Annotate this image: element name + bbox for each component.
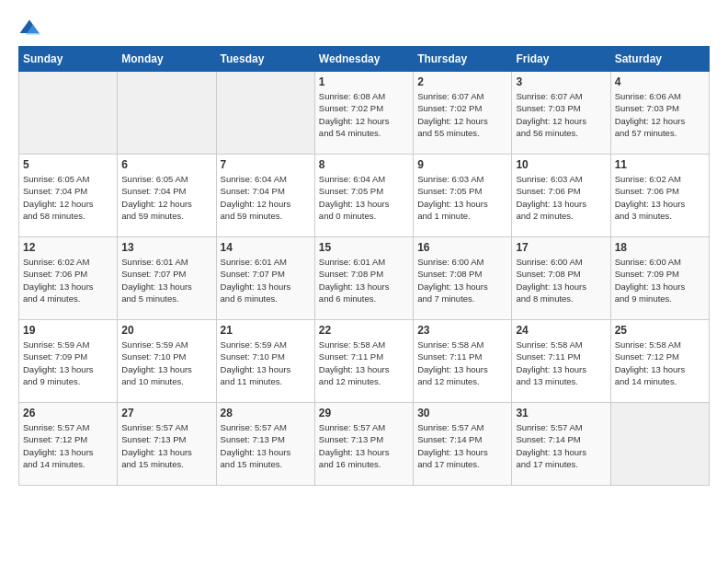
calendar-week-row: 26Sunrise: 5:57 AMSunset: 7:12 PMDayligh… bbox=[19, 403, 710, 486]
calendar-day-cell: 17Sunrise: 6:00 AMSunset: 7:08 PMDayligh… bbox=[512, 237, 610, 320]
logo bbox=[18, 18, 44, 37]
day-info: Sunrise: 6:01 AMSunset: 7:07 PMDaylight:… bbox=[121, 256, 211, 304]
day-number: 8 bbox=[319, 158, 409, 171]
calendar-day-cell: 23Sunrise: 5:58 AMSunset: 7:11 PMDayligh… bbox=[414, 320, 512, 403]
day-number: 31 bbox=[516, 407, 606, 419]
calendar-day-cell: 8Sunrise: 6:04 AMSunset: 7:05 PMDaylight… bbox=[314, 155, 413, 237]
calendar-day-cell bbox=[19, 72, 118, 155]
day-number: 28 bbox=[221, 407, 311, 419]
day-number: 19 bbox=[23, 324, 113, 337]
calendar-table: SundayMondayTuesdayWednesdayThursdayFrid… bbox=[18, 46, 710, 486]
calendar-day-cell: 22Sunrise: 5:58 AMSunset: 7:11 PMDayligh… bbox=[314, 320, 413, 403]
day-info: Sunrise: 6:01 AMSunset: 7:07 PMDaylight:… bbox=[221, 256, 311, 304]
day-number: 30 bbox=[417, 407, 507, 419]
calendar-day-cell: 20Sunrise: 5:59 AMSunset: 7:10 PMDayligh… bbox=[118, 320, 216, 403]
calendar-day-cell: 21Sunrise: 5:59 AMSunset: 7:10 PMDayligh… bbox=[216, 320, 314, 403]
day-info: Sunrise: 6:00 AMSunset: 7:09 PMDaylight:… bbox=[615, 256, 705, 304]
day-number: 22 bbox=[319, 324, 409, 337]
calendar-day-cell: 29Sunrise: 5:57 AMSunset: 7:13 PMDayligh… bbox=[314, 403, 413, 486]
day-info: Sunrise: 6:06 AMSunset: 7:03 PMDaylight:… bbox=[615, 90, 705, 139]
day-info: Sunrise: 5:57 AMSunset: 7:14 PMDaylight:… bbox=[417, 421, 507, 470]
day-info: Sunrise: 6:04 AMSunset: 7:04 PMDaylight:… bbox=[221, 173, 311, 222]
weekday-header: Tuesday bbox=[216, 47, 314, 72]
day-number: 13 bbox=[121, 241, 211, 254]
day-number: 6 bbox=[121, 158, 211, 171]
calendar-week-row: 19Sunrise: 5:59 AMSunset: 7:09 PMDayligh… bbox=[19, 320, 710, 403]
day-number: 12 bbox=[23, 241, 113, 254]
calendar-day-cell: 30Sunrise: 5:57 AMSunset: 7:14 PMDayligh… bbox=[414, 403, 512, 486]
day-info: Sunrise: 5:59 AMSunset: 7:09 PMDaylight:… bbox=[23, 339, 113, 387]
day-info: Sunrise: 6:02 AMSunset: 7:06 PMDaylight:… bbox=[23, 256, 113, 304]
calendar-week-row: 12Sunrise: 6:02 AMSunset: 7:06 PMDayligh… bbox=[19, 237, 710, 320]
day-number: 2 bbox=[417, 75, 507, 88]
day-number: 18 bbox=[615, 241, 705, 254]
day-number: 17 bbox=[516, 241, 606, 254]
weekday-header: Wednesday bbox=[314, 47, 413, 72]
day-number: 21 bbox=[221, 324, 311, 337]
day-number: 23 bbox=[417, 324, 507, 337]
day-info: Sunrise: 6:00 AMSunset: 7:08 PMDaylight:… bbox=[516, 256, 606, 304]
calendar-day-cell: 3Sunrise: 6:07 AMSunset: 7:03 PMDaylight… bbox=[512, 72, 610, 155]
day-info: Sunrise: 6:07 AMSunset: 7:03 PMDaylight:… bbox=[516, 90, 606, 139]
calendar-day-cell: 28Sunrise: 5:57 AMSunset: 7:13 PMDayligh… bbox=[216, 403, 314, 486]
calendar-week-row: 1Sunrise: 6:08 AMSunset: 7:02 PMDaylight… bbox=[19, 72, 710, 155]
day-info: Sunrise: 6:08 AMSunset: 7:02 PMDaylight:… bbox=[319, 90, 409, 139]
weekday-header-row: SundayMondayTuesdayWednesdayThursdayFrid… bbox=[19, 47, 710, 72]
day-info: Sunrise: 5:57 AMSunset: 7:13 PMDaylight:… bbox=[121, 421, 211, 470]
calendar-day-cell: 15Sunrise: 6:01 AMSunset: 7:08 PMDayligh… bbox=[314, 237, 413, 320]
calendar-day-cell bbox=[118, 72, 216, 155]
calendar-day-cell: 19Sunrise: 5:59 AMSunset: 7:09 PMDayligh… bbox=[19, 320, 118, 403]
day-number: 25 bbox=[615, 324, 705, 337]
day-info: Sunrise: 6:02 AMSunset: 7:06 PMDaylight:… bbox=[615, 173, 705, 222]
calendar-day-cell: 14Sunrise: 6:01 AMSunset: 7:07 PMDayligh… bbox=[216, 237, 314, 320]
day-info: Sunrise: 5:58 AMSunset: 7:11 PMDaylight:… bbox=[516, 339, 606, 387]
calendar-day-cell: 27Sunrise: 5:57 AMSunset: 7:13 PMDayligh… bbox=[118, 403, 216, 486]
weekday-header: Sunday bbox=[19, 47, 118, 72]
calendar-day-cell: 24Sunrise: 5:58 AMSunset: 7:11 PMDayligh… bbox=[512, 320, 610, 403]
day-info: Sunrise: 6:07 AMSunset: 7:02 PMDaylight:… bbox=[417, 90, 507, 139]
day-info: Sunrise: 5:58 AMSunset: 7:11 PMDaylight:… bbox=[417, 339, 507, 387]
calendar-day-cell: 31Sunrise: 5:57 AMSunset: 7:14 PMDayligh… bbox=[512, 403, 610, 486]
calendar-day-cell: 26Sunrise: 5:57 AMSunset: 7:12 PMDayligh… bbox=[19, 403, 118, 486]
day-number: 29 bbox=[319, 407, 409, 419]
day-number: 20 bbox=[121, 324, 211, 337]
day-info: Sunrise: 5:58 AMSunset: 7:11 PMDaylight:… bbox=[319, 339, 409, 387]
page-header bbox=[18, 18, 710, 37]
calendar-day-cell bbox=[216, 72, 314, 155]
day-number: 3 bbox=[516, 75, 606, 88]
day-info: Sunrise: 6:04 AMSunset: 7:05 PMDaylight:… bbox=[319, 173, 409, 222]
day-number: 4 bbox=[615, 75, 705, 88]
calendar-day-cell: 11Sunrise: 6:02 AMSunset: 7:06 PMDayligh… bbox=[610, 155, 709, 237]
calendar-day-cell: 1Sunrise: 6:08 AMSunset: 7:02 PMDaylight… bbox=[314, 72, 413, 155]
day-number: 14 bbox=[221, 241, 311, 254]
calendar-day-cell: 5Sunrise: 6:05 AMSunset: 7:04 PMDaylight… bbox=[19, 155, 118, 237]
calendar-day-cell: 25Sunrise: 5:58 AMSunset: 7:12 PMDayligh… bbox=[610, 320, 709, 403]
day-info: Sunrise: 5:58 AMSunset: 7:12 PMDaylight:… bbox=[615, 339, 705, 387]
calendar-day-cell: 2Sunrise: 6:07 AMSunset: 7:02 PMDaylight… bbox=[414, 72, 512, 155]
day-info: Sunrise: 6:03 AMSunset: 7:05 PMDaylight:… bbox=[417, 173, 507, 222]
day-info: Sunrise: 6:05 AMSunset: 7:04 PMDaylight:… bbox=[23, 173, 113, 222]
day-info: Sunrise: 5:59 AMSunset: 7:10 PMDaylight:… bbox=[221, 339, 311, 387]
calendar-day-cell: 16Sunrise: 6:00 AMSunset: 7:08 PMDayligh… bbox=[414, 237, 512, 320]
calendar-day-cell: 13Sunrise: 6:01 AMSunset: 7:07 PMDayligh… bbox=[118, 237, 216, 320]
day-number: 10 bbox=[516, 158, 606, 171]
weekday-header: Saturday bbox=[610, 47, 709, 72]
day-info: Sunrise: 5:57 AMSunset: 7:14 PMDaylight:… bbox=[516, 421, 606, 470]
day-number: 16 bbox=[417, 241, 507, 254]
day-number: 5 bbox=[23, 158, 113, 171]
calendar-day-cell: 4Sunrise: 6:06 AMSunset: 7:03 PMDaylight… bbox=[610, 72, 709, 155]
day-info: Sunrise: 5:59 AMSunset: 7:10 PMDaylight:… bbox=[121, 339, 211, 387]
day-number: 15 bbox=[319, 241, 409, 254]
weekday-header: Monday bbox=[118, 47, 216, 72]
day-number: 9 bbox=[417, 158, 507, 171]
day-info: Sunrise: 5:57 AMSunset: 7:12 PMDaylight:… bbox=[23, 421, 113, 470]
calendar-day-cell: 18Sunrise: 6:00 AMSunset: 7:09 PMDayligh… bbox=[610, 237, 709, 320]
day-number: 7 bbox=[221, 158, 311, 171]
day-info: Sunrise: 5:57 AMSunset: 7:13 PMDaylight:… bbox=[319, 421, 409, 470]
calendar-day-cell: 6Sunrise: 6:05 AMSunset: 7:04 PMDaylight… bbox=[118, 155, 216, 237]
day-info: Sunrise: 6:03 AMSunset: 7:06 PMDaylight:… bbox=[516, 173, 606, 222]
calendar-day-cell: 7Sunrise: 6:04 AMSunset: 7:04 PMDaylight… bbox=[216, 155, 314, 237]
day-number: 1 bbox=[319, 75, 409, 88]
weekday-header: Thursday bbox=[414, 47, 512, 72]
day-info: Sunrise: 6:05 AMSunset: 7:04 PMDaylight:… bbox=[121, 173, 211, 222]
